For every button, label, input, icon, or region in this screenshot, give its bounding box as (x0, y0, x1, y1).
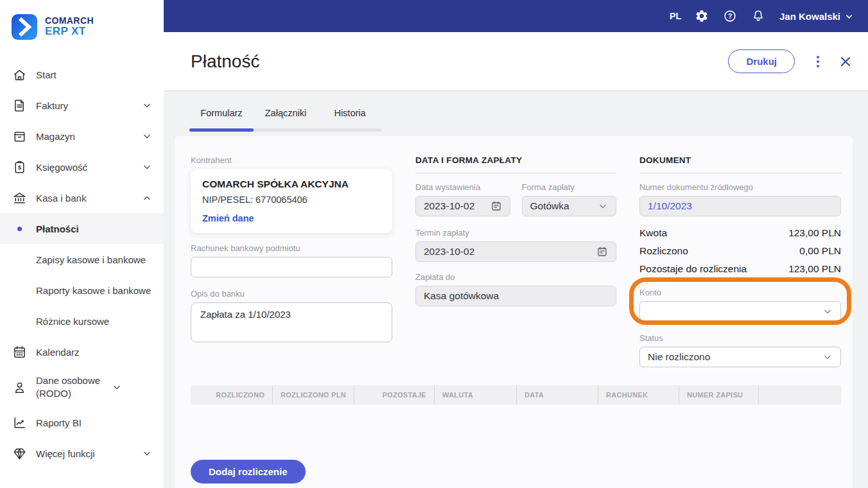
data-wystawienia-value: 2023-10-02 (424, 200, 490, 212)
pozostaje-label: Pozostaje do rozliczenia (639, 263, 747, 275)
col-header-empty (759, 385, 841, 405)
rachunek-input[interactable] (191, 257, 392, 277)
kwota-label: Kwota (639, 227, 667, 239)
rozliczono-label: Rozliczono (639, 245, 688, 257)
status-label: Status (639, 333, 841, 343)
sidebar-item-dane-osobowe-rodo[interactable]: Dane osobowe (RODO) (0, 367, 164, 407)
accounting-icon: $ (12, 159, 27, 175)
chevron-down-icon (822, 306, 833, 317)
chevron-down-icon (112, 382, 122, 392)
chevron-down-icon (142, 162, 152, 172)
bank-icon (12, 190, 27, 205)
col-header-numer-zapisu: NUMER ZAPISU (679, 385, 759, 405)
sidebar-item-platnosci[interactable]: Płatności (0, 213, 164, 244)
chevron-down-icon (822, 352, 833, 362)
sidebar-item-kalendarz[interactable]: Kalendarz (0, 336, 164, 367)
sidebar-item-label: Więcej funkcji (36, 448, 142, 459)
svg-text:$: $ (17, 164, 21, 171)
col-header-rachunek: RACHUNEK (598, 385, 679, 405)
sidebar-item-label: Księgowość (36, 162, 142, 173)
section-title-dokument: DOKUMENT (639, 155, 841, 173)
numer-dokumentu-field[interactable]: 1/10/2023 (639, 196, 841, 216)
tab-zalaczniki[interactable]: Załączniki (254, 104, 318, 127)
app-window: COMARCH ERP XT Start Faktury (0, 0, 868, 488)
column-dokument: DOKUMENT Numer dokumentu źródłowego 1/10… (639, 155, 841, 367)
diamond-icon (12, 446, 27, 461)
sidebar-item-label: Raporty kasowe i bankowe (36, 285, 152, 296)
col-header-waluta: WALUTA (435, 385, 517, 405)
content-area: Formularz Załączniki Historia Kontrahent… (164, 91, 868, 488)
opis-textarea[interactable]: Zapłata za 1/10/2023 (191, 302, 392, 342)
kontrahent-card: COMARCH SPÓŁKA AKCYJNA NIP/PESEL: 677006… (191, 169, 392, 233)
sidebar-item-ksiegowosc[interactable]: $ Księgowość (0, 152, 164, 182)
sidebar-item-roznice-kursowe[interactable]: Różnice kursowe (0, 306, 164, 336)
rozliczono-value: 0,00 PLN (799, 245, 841, 257)
tab-historia[interactable]: Historia (318, 104, 382, 127)
tab-formularz[interactable]: Formularz (189, 104, 254, 127)
sidebar-item-raporty-bi[interactable]: Raporty BI (0, 407, 164, 438)
chevron-down-icon (142, 100, 152, 110)
help-icon[interactable]: ? (723, 9, 738, 24)
tab-track (189, 128, 381, 132)
sidebar-item-magazyn[interactable]: Magazyn (0, 121, 164, 152)
sidebar-item-kasa-i-bank[interactable]: Kasa i bank (0, 182, 164, 213)
numer-dokumentu-label: Numer dokumentu źródłowego (639, 182, 841, 192)
more-options-icon[interactable] (814, 53, 822, 70)
forma-zaplaty-select[interactable]: Gotówka (522, 196, 617, 216)
sidebar-item-label: Raporty BI (36, 417, 152, 428)
data-wystawienia-datepicker[interactable]: 2023-10-02 (415, 196, 510, 216)
home-icon (12, 67, 27, 82)
col-header-rozliczono: ROZLICZONO (191, 385, 273, 405)
status-select[interactable]: Nie rozliczono (639, 347, 841, 367)
brand-logo[interactable]: COMARCH ERP XT (0, 0, 164, 45)
sidebar-item-wiecej-funkcji[interactable]: Więcej funkcji (0, 438, 164, 469)
svg-text:?: ? (728, 13, 732, 20)
close-icon[interactable] (838, 55, 853, 69)
chart-icon (12, 415, 27, 430)
pozostaje-value: 123,00 PLN (788, 263, 841, 275)
col-header-pozostaje: POZOSTAJE (354, 385, 435, 405)
sidebar-item-faktury[interactable]: Faktury (0, 90, 164, 121)
user-menu[interactable]: Jan Kowalski (779, 11, 854, 22)
form-panel: Kontrahent COMARCH SPÓŁKA AKCYJNA NIP/PE… (175, 136, 853, 488)
kontrahent-nip: NIP/PESEL: 6770065406 (202, 195, 381, 205)
data-wystawienia-label: Data wystawienia (415, 182, 510, 192)
tab-bar: Formularz Załączniki Historia (189, 104, 382, 127)
sidebar-item-label: Start (36, 69, 152, 80)
sidebar-item-label: Kasa i bank (36, 193, 142, 204)
calendar-icon (12, 344, 27, 360)
brand-text: COMARCH ERP XT (45, 16, 94, 38)
column-data-forma: DATA I FORMA ZAPŁATY Data wystawienia 20… (415, 155, 616, 306)
calendar-icon (596, 246, 608, 257)
termin-zaplaty-datepicker[interactable]: 2023-10-02 (415, 241, 616, 262)
termin-zaplaty-value: 2023-10-02 (424, 246, 596, 257)
sidebar-item-zapisy-kasowe[interactable]: Zapisy kasowe i bankowe (0, 244, 164, 275)
chevron-down-icon (598, 201, 608, 211)
opis-value: Zapłata za 1/10/2023 (200, 309, 291, 320)
page-header: Płatność Drukuj (164, 32, 868, 91)
status-value: Nie rozliczono (648, 351, 822, 363)
print-button[interactable]: Drukuj (728, 49, 795, 73)
language-selector[interactable]: PL (670, 11, 681, 21)
spacer (12, 252, 27, 267)
zaplata-do-field: Kasa gotówkowa (415, 286, 616, 306)
sidebar: COMARCH ERP XT Start Faktury (0, 0, 164, 488)
forma-zaplaty-label: Forma zapłaty (522, 182, 617, 192)
sidebar-item-label: Kalendarz (36, 347, 152, 358)
settlements-table-header: ROZLICZONO ROZLICZONO PLN POZOSTAJE WALU… (191, 385, 841, 405)
sidebar-item-label: Zapisy kasowe i bankowe (36, 254, 152, 265)
sidebar-item-label: Dane osobowe (RODO) (36, 374, 112, 401)
add-settlement-button[interactable]: Dodaj rozliczenie (191, 460, 306, 484)
konto-label: Konto (639, 288, 841, 297)
sidebar-item-label: Płatności (36, 223, 152, 234)
change-data-link[interactable]: Zmień dane (202, 213, 381, 223)
sidebar-item-raporty-kasowe[interactable]: Raporty kasowe i bankowe (0, 275, 164, 306)
invoice-icon (12, 98, 27, 113)
sidebar-item-start[interactable]: Start (0, 59, 164, 90)
konto-select[interactable] (639, 301, 841, 322)
bell-icon[interactable] (751, 9, 766, 24)
chevron-down-icon (142, 131, 152, 141)
gear-icon[interactable] (695, 9, 709, 24)
kontrahent-label: Kontrahent (191, 155, 392, 165)
spacer (12, 313, 27, 329)
